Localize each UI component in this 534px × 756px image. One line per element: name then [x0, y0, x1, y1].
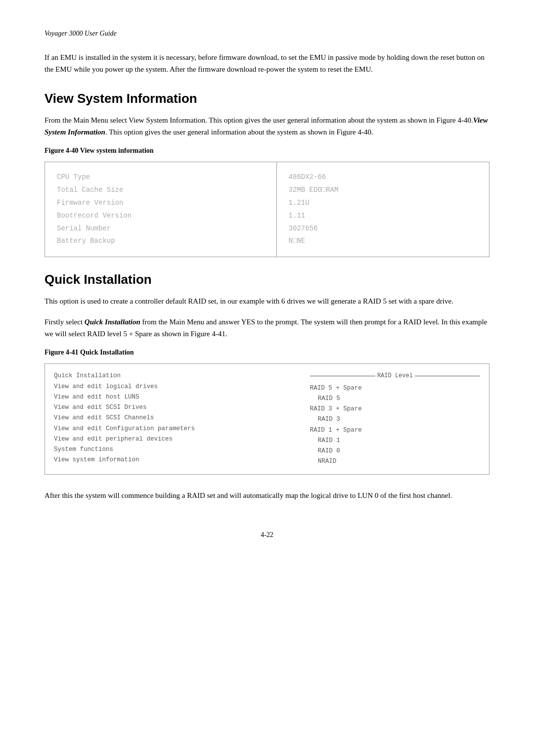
quick-install-section: Quick Installation This option is used t… — [44, 272, 490, 501]
bootrecord-version-value: 1.11 — [289, 210, 477, 222]
quick-install-para2-italic: Quick Installation — [85, 318, 140, 326]
view-system-para-prefix: From the Main Menu select View System In… — [44, 116, 473, 124]
menu-item-3: View and edit host LUNS — [54, 392, 292, 402]
menu-item-6: View and edit Configuration parameters — [54, 424, 292, 434]
quick-install-para1: This option is used to create a controll… — [44, 295, 490, 307]
view-system-para-suffix: . This option gives the user general inf… — [105, 128, 373, 136]
cpu-type-value: 486DX2-66 — [289, 171, 477, 184]
raid-level-header: RAID Level — [310, 371, 480, 381]
page-header: Voyager 3000 User Guide — [44, 30, 490, 38]
serial-number-label: Serial Number — [57, 222, 265, 235]
intro-text: If an EMU is installed in the system it … — [44, 51, 490, 75]
quick-install-para2: Firstly select Quick Installation from t… — [44, 316, 490, 340]
view-system-para: From the Main Menu select View System In… — [44, 114, 490, 138]
raid-item-5: RAID 1 + Spare — [310, 425, 480, 436]
cache-size-label: Total Cache Size — [57, 184, 265, 197]
figure-41-box: Quick Installation View and edit logical… — [44, 363, 490, 474]
page-number: 4-22 — [44, 531, 490, 539]
figure-40-right: 486DX2-66 32MB EDO□RAM 1.21U 1.11 302765… — [277, 162, 489, 257]
figure-41-caption: Figure 4-41 Quick Installation — [44, 349, 490, 356]
cpu-type-label: CPU Type — [57, 171, 265, 184]
menu-item-1: Quick Installation — [54, 371, 292, 381]
firmware-version-label: Firmware Version — [57, 197, 265, 210]
figure-40-box: CPU Type Total Cache Size Firmware Versi… — [44, 162, 490, 257]
menu-item-8: System functions — [54, 445, 292, 455]
raid-item-1: RAID 5 + Spare — [310, 383, 480, 394]
raid-item-2: RAID 5 — [310, 394, 480, 404]
quick-install-para2-prefix: Firstly select — [44, 318, 85, 326]
battery-backup-value: N□NE — [289, 235, 477, 248]
raid-item-6: RAID 1 — [310, 436, 480, 446]
menu-item-2: View and edit logical drives — [54, 382, 292, 392]
raid-item-7: RAID 0 — [310, 446, 480, 456]
figure-41-menu: Quick Installation View and edit logical… — [45, 364, 301, 474]
figure-40-caption: Figure 4-40 View system information — [44, 147, 490, 155]
menu-item-4: View and edit SCSI Drives — [54, 402, 292, 413]
battery-backup-label: Battery Backup — [57, 235, 265, 248]
menu-item-5: View and edit SCSI Channels — [54, 413, 292, 423]
bootrecord-version-label: Bootrecord Version — [57, 210, 265, 222]
raid-item-3: RAID 3 + Spare — [310, 404, 480, 414]
raid-item-4: RAID 3 — [310, 414, 480, 425]
figure-41-raid: RAID Level RAID 5 + Spare RAID 5 RAID 3 … — [301, 364, 489, 474]
figure-40-left: CPU Type Total Cache Size Firmware Versi… — [45, 162, 277, 257]
raid-item-8: NRAID — [310, 456, 480, 467]
view-system-title: View System Information — [44, 91, 490, 106]
quick-install-para3: After this the system will commence buil… — [44, 489, 490, 501]
cache-size-value: 32MB EDO□RAM — [289, 184, 477, 197]
view-system-section: View System Information From the Main Me… — [44, 91, 490, 257]
menu-item-7: View and edit peripheral devices — [54, 434, 292, 445]
firmware-version-value: 1.21U — [289, 197, 477, 210]
quick-install-title: Quick Installation — [44, 272, 490, 287]
menu-item-9: View system information — [54, 455, 292, 465]
serial-number-value: 3027656 — [289, 222, 477, 235]
